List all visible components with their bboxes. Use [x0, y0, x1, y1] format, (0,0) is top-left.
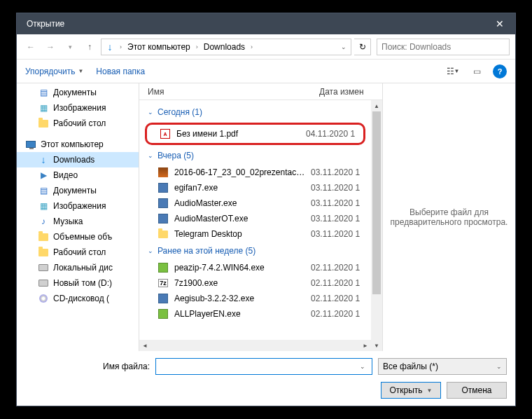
file-name: peazip-7.4.2.WIN64.exe [174, 263, 305, 273]
breadcrumb-folder[interactable]: Downloads [201, 41, 248, 53]
sidebar-item-label: Downloads [53, 155, 94, 165]
recent-dropdown[interactable]: ▾ [62, 39, 78, 55]
vertical-scrollbar[interactable]: ▲ ▼ [371, 100, 382, 351]
window-title: Открытие [27, 19, 484, 29]
sidebar-item[interactable]: ▤Документы [17, 85, 139, 100]
file-row[interactable]: egifan7.exe03.11.2020 1 [142, 180, 368, 195]
generic-icon [158, 262, 169, 273]
help-button[interactable]: ? [493, 64, 507, 78]
file-group-header[interactable]: ⌄Сегодня (1) [142, 103, 368, 121]
cancel-button[interactable]: Отмена [447, 382, 507, 399]
file-row[interactable]: 7z7z1900.exe02.11.2020 1 [142, 275, 368, 291]
breadcrumb-dropdown[interactable]: ⌄ [337, 43, 351, 50]
search-input[interactable] [382, 42, 509, 52]
disk-icon [38, 262, 49, 273]
sidebar-item[interactable]: ▶Видео [17, 167, 139, 183]
sidebar-item[interactable]: ▦Изображения [17, 198, 139, 214]
sidebar-item[interactable]: Этот компьютер [17, 137, 139, 152]
sidebar-item[interactable]: Рабочий стол [17, 116, 139, 131]
file-row[interactable]: ALLPlayerEN.exe02.11.2020 1 [142, 306, 368, 322]
exe-icon [158, 293, 169, 304]
file-date: 03.11.2020 1 [311, 167, 368, 177]
sidebar-item[interactable]: ▦Изображения [17, 100, 139, 116]
sidebar-item-label: Музыка [53, 217, 83, 226]
file-date: 02.11.2020 1 [311, 309, 368, 319]
filename-input[interactable] [159, 362, 356, 371]
filetype-dropdown[interactable]: Все файлы (*) ⌄ [378, 358, 507, 375]
refresh-button[interactable]: ↻ [354, 39, 371, 55]
file-date: 02.11.2020 1 [311, 263, 368, 273]
column-name[interactable]: Имя [148, 87, 319, 97]
split-dropdown-icon[interactable]: ▼ [427, 387, 433, 394]
folder-icon [38, 118, 49, 129]
exe-icon [158, 198, 169, 209]
file-date: 02.11.2020 1 [311, 278, 368, 288]
new-folder-button[interactable]: Новая папка [96, 67, 145, 76]
file-group-header[interactable]: ⌄Вчера (5) [142, 146, 368, 165]
titlebar: Открытие ✕ [17, 13, 515, 34]
sidebar-item[interactable]: ▤Документы [17, 183, 139, 198]
sidebar-item-label: Новый том (D:) [53, 278, 112, 288]
dl-icon: ↓ [38, 154, 49, 165]
sidebar-item-label: Документы [53, 88, 97, 97]
exe-icon [158, 213, 169, 224]
column-headers: Имя Дата измен [139, 83, 382, 100]
toolbar: Упорядочить ▼ Новая папка ☷ ▼ ▭ ? [17, 60, 515, 83]
chevron-down-icon: ⌄ [148, 152, 153, 159]
filename-field[interactable]: ⌄ [155, 358, 372, 375]
column-date[interactable]: Дата измен [319, 87, 382, 97]
forward-button[interactable]: → [42, 39, 59, 55]
breadcrumb[interactable]: ↓ › Этот компьютер › Downloads › ⌄ [101, 39, 351, 55]
file-row[interactable]: peazip-7.4.2.WIN64.exe02.11.2020 1 [142, 260, 368, 275]
file-list-pane: Имя Дата измен ⌄Сегодня (1)AБез имени 1.… [139, 83, 382, 351]
search-box[interactable] [377, 39, 510, 55]
file-row[interactable]: AБез имени 1.pdf04.11.2020 1 [147, 126, 363, 142]
sidebar-item[interactable]: ↓Downloads [17, 152, 139, 167]
sidebar-item-label: Видео [53, 170, 78, 180]
doc-icon: ▤ [38, 185, 49, 196]
close-button[interactable]: ✕ [484, 13, 515, 34]
footer: Имя файла: ⌄ Все файлы (*) ⌄ Открыть ▼ О… [17, 351, 515, 406]
file-row[interactable]: 2016-06-17_23_00_02prezentaciya-ohrana..… [142, 165, 368, 180]
file-date: 03.11.2020 1 [311, 214, 368, 224]
scroll-right-icon[interactable]: ► [360, 340, 371, 351]
scroll-up-icon[interactable]: ▲ [371, 100, 382, 111]
sidebar-item[interactable]: Объемные объ [17, 229, 139, 245]
sidebar-item-label: CD-дисковод ( [53, 294, 109, 303]
file-row[interactable]: AudioMaster.exe03.11.2020 1 [142, 195, 368, 211]
open-button[interactable]: Открыть ▼ [381, 382, 441, 399]
file-row[interactable]: AudioMasterOT.exe03.11.2020 1 [142, 211, 368, 226]
scroll-down-icon[interactable]: ▼ [371, 340, 382, 351]
download-icon: ↓ [104, 41, 115, 53]
sidebar-item-label: Объемные объ [53, 232, 112, 242]
monitor-icon [25, 139, 36, 150]
file-group-header[interactable]: ⌄Ранее на этой неделе (5) [142, 242, 368, 260]
folder-icon [158, 228, 169, 240]
horizontal-scrollbar[interactable]: ◄ ► [139, 340, 371, 351]
file-date: 03.11.2020 1 [311, 183, 368, 193]
file-date: 02.11.2020 1 [311, 294, 368, 303]
scroll-left-icon[interactable]: ◄ [139, 340, 150, 351]
up-button[interactable]: ↑ [81, 39, 98, 55]
music-icon: ♪ [38, 216, 49, 227]
organize-menu[interactable]: Упорядочить ▼ [25, 67, 83, 76]
exe2-icon: 7z [158, 277, 169, 289]
file-list: ⌄Сегодня (1)AБез имени 1.pdf04.11.2020 1… [139, 100, 371, 340]
sidebar-item[interactable]: Рабочий стол [17, 245, 139, 260]
file-row[interactable]: Telegram Desktop03.11.2020 1 [142, 226, 368, 242]
sidebar-item[interactable]: CD-дисковод ( [17, 291, 139, 306]
filename-dropdown[interactable]: ⌄ [356, 363, 369, 370]
chevron-down-icon: ⌄ [496, 363, 502, 370]
back-button[interactable]: ← [22, 39, 39, 55]
sidebar-item[interactable]: ♪Музыка [17, 214, 139, 229]
disk-icon [38, 277, 49, 289]
sidebar-item[interactable]: Новый том (D:) [17, 275, 139, 291]
view-mode-button[interactable]: ☷ ▼ [442, 64, 463, 79]
file-row[interactable]: Aegisub-3.2.2-32.exe02.11.2020 1 [142, 291, 368, 306]
sidebar-item[interactable]: Локальный дис [17, 260, 139, 275]
preview-pane-button[interactable]: ▭ [466, 64, 487, 79]
breadcrumb-root[interactable]: Этот компьютер [125, 41, 193, 53]
exe-icon [158, 182, 169, 193]
address-bar: ← → ▾ ↑ ↓ › Этот компьютер › Downloads ›… [17, 34, 515, 60]
file-date: 03.11.2020 1 [311, 198, 368, 208]
